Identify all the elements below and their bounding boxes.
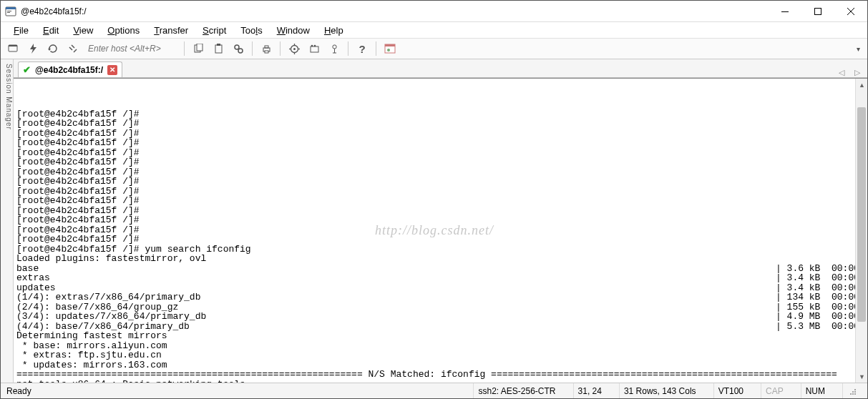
status-cap: CAP: [761, 383, 788, 398]
svg-rect-14: [215, 45, 222, 53]
scroll-down-icon[interactable]: ▼: [856, 370, 868, 383]
terminal-line: (4/4): base/7/x86_64/primary_db | 5.3 MB…: [16, 322, 852, 332]
print-icon[interactable]: [258, 41, 274, 56]
tab-next-icon[interactable]: ▷: [852, 68, 863, 77]
menu-tools[interactable]: Tools: [233, 24, 269, 37]
svg-point-40: [852, 393, 854, 395]
terminal-line: net-tools.x86_64 : Basic networking tool…: [16, 380, 852, 383]
status-num: NUM: [801, 383, 829, 398]
svg-point-16: [235, 45, 239, 49]
svg-marker-11: [48, 49, 51, 51]
svg-rect-15: [217, 44, 220, 46]
svg-point-36: [854, 389, 856, 390]
status-connection: ssh2: AES-256-CTR: [473, 383, 560, 398]
svg-rect-19: [265, 46, 268, 48]
toolbar-separator: [184, 41, 185, 56]
status-cursor: 31, 24: [573, 383, 606, 398]
scroll-thumb[interactable]: [857, 107, 866, 322]
terminal-line: * base: mirrors.aliyun.com: [16, 341, 852, 351]
terminal-line: ========================================…: [16, 370, 852, 380]
svg-point-38: [854, 391, 856, 393]
tab-close-icon[interactable]: ✕: [107, 65, 117, 75]
menu-window[interactable]: Window: [270, 24, 317, 37]
toolbar-overflow-icon[interactable]: ▾: [857, 45, 863, 53]
menu-transfer[interactable]: Transfer: [147, 24, 195, 37]
svg-rect-5: [815, 8, 821, 14]
svg-rect-3: [7, 12, 10, 13]
terminal-line: * updates: mirrors.163.com: [16, 360, 852, 370]
options-icon[interactable]: [286, 41, 302, 56]
scrollbar-vertical[interactable]: ▲ ▼: [855, 79, 867, 383]
svg-point-17: [238, 49, 243, 53]
menu-edit[interactable]: Edit: [36, 24, 66, 37]
maximize-button[interactable]: [801, 1, 834, 22]
session-manager-panel[interactable]: Session Manager: [1, 59, 14, 383]
reconnect-icon[interactable]: [45, 41, 61, 56]
status-grip-icon: [842, 383, 862, 398]
svg-point-37: [852, 391, 854, 393]
terminal-line: [root@e4b2c4bfa15f /]#: [16, 215, 852, 225]
find-icon[interactable]: [230, 41, 246, 56]
terminal-line: [root@e4b2c4bfa15f /]#: [16, 138, 852, 148]
tab-prev-icon[interactable]: ◁: [836, 68, 847, 77]
content-column: ✔ @e4b2c4bfa15f:/ ✕ ◁ ▷ http://blog.csdn…: [14, 59, 867, 383]
quick-connect-icon[interactable]: [25, 41, 41, 56]
toolbar-separator: [252, 41, 253, 56]
menu-view[interactable]: View: [66, 24, 100, 37]
terminal-line: [root@e4b2c4bfa15f /]#: [16, 148, 852, 158]
svg-rect-2: [7, 11, 11, 11]
status-size: 31 Rows, 143 Cols: [619, 383, 701, 398]
window-title: @e4b2c4bfa15f:/: [21, 6, 87, 16]
tab-bar: ✔ @e4b2c4bfa15f:/ ✕ ◁ ▷: [14, 59, 867, 78]
title-bar: @e4b2c4bfa15f:/: [1, 1, 867, 22]
toolbar-separator: [280, 41, 281, 56]
menu-help[interactable]: Help: [317, 24, 351, 37]
terminal-line: [root@e4b2c4bfa15f /]#: [16, 235, 852, 245]
terminal-line: [root@e4b2c4bfa15f /]#: [16, 187, 852, 197]
terminal-line: extras | 3.4 kB 00:00:00: [16, 273, 852, 283]
terminal-line: Loaded plugins: fastestmirror, ovl: [16, 254, 852, 264]
tab-label: @e4b2c4bfa15f:/: [35, 65, 103, 75]
terminal-line: [root@e4b2c4bfa15f /]#: [16, 119, 852, 129]
svg-rect-30: [333, 45, 336, 49]
scroll-up-icon[interactable]: ▲: [856, 79, 868, 91]
terminal-line: (1/4): extras/7/x86_64/primary_db | 134 …: [16, 292, 852, 302]
connect-icon[interactable]: [5, 41, 21, 56]
help-icon[interactable]: ?: [354, 41, 370, 56]
menu-options[interactable]: Options: [100, 24, 147, 37]
terminal-line: [root@e4b2c4bfa15f /]# yum search ifconf…: [16, 245, 852, 255]
menu-bar: File Edit View Options Transfer Script T…: [1, 22, 867, 38]
svg-point-39: [850, 393, 852, 395]
svg-marker-10: [30, 44, 36, 54]
paste-icon[interactable]: [210, 41, 226, 56]
session-tab[interactable]: ✔ @e4b2c4bfa15f:/ ✕: [18, 61, 122, 77]
terminal-line: [root@e4b2c4bfa15f /]#: [16, 129, 852, 139]
terminal-line: [root@e4b2c4bfa15f /]#: [16, 206, 852, 216]
toolbar: ? ▾: [1, 38, 867, 59]
copy-icon[interactable]: [190, 41, 206, 56]
terminal-line: base | 3.6 kB 00:00:00: [16, 264, 852, 274]
minimize-button[interactable]: [769, 1, 801, 22]
close-button[interactable]: [834, 1, 867, 22]
status-bar: Ready ssh2: AES-256-CTR 31, 24 31 Rows, …: [1, 383, 867, 398]
svg-rect-9: [9, 45, 17, 46]
terminal-line: [root@e4b2c4bfa15f /]#: [16, 157, 852, 167]
terminal-line: (3/4): updates/7/x86_64/primary_db | 4.9…: [16, 312, 852, 322]
terminal-line: (2/4): base/7/x86_64/group_gz | 155 kB 0…: [16, 302, 852, 312]
host-input[interactable]: [85, 41, 178, 56]
menu-file[interactable]: File: [6, 24, 36, 37]
svg-point-41: [854, 393, 856, 395]
status-term: VT100: [713, 383, 748, 398]
terminal[interactable]: http://blog.csdn.net/ [root@e4b2c4bfa15f…: [14, 79, 855, 383]
xshell-icon[interactable]: [382, 41, 398, 56]
body: Session Manager ✔ @e4b2c4bfa15f:/ ✕ ◁ ▷ …: [1, 59, 867, 383]
terminal-line: * extras: ftp.sjtu.edu.cn: [16, 350, 852, 360]
session-options-icon[interactable]: [306, 41, 322, 56]
keymap-icon[interactable]: [326, 41, 342, 56]
disconnect-icon[interactable]: [65, 41, 81, 56]
toolbar-separator: [348, 41, 348, 56]
menu-script[interactable]: Script: [195, 24, 233, 37]
terminal-line: updates | 3.4 kB 00:00:00: [16, 283, 852, 293]
svg-rect-27: [311, 46, 318, 52]
svg-point-35: [387, 49, 390, 51]
